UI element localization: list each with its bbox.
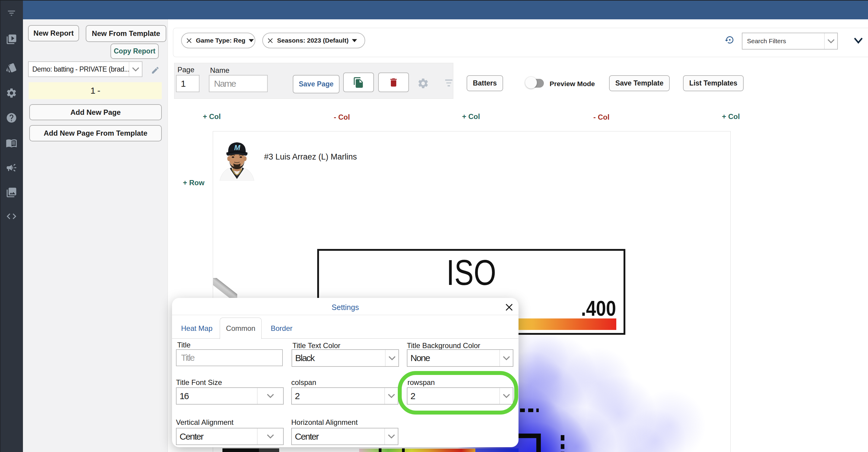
svg-text:M: M [234, 143, 241, 152]
